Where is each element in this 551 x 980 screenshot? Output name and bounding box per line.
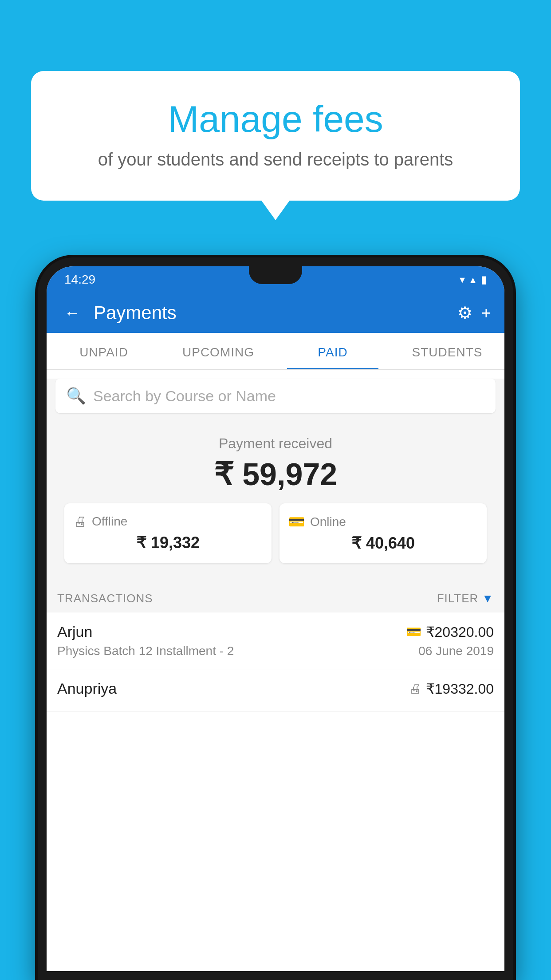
payment-total-amount: ₹ 59,972: [55, 456, 496, 493]
transactions-label: TRANSACTIONS: [57, 592, 153, 605]
transactions-header: TRANSACTIONS FILTER ▼: [47, 583, 504, 612]
back-button[interactable]: ←: [60, 299, 85, 327]
offline-card-header: 🖨 Offline: [73, 514, 263, 529]
battery-icon: ▮: [481, 273, 487, 286]
settings-button[interactable]: ⚙: [457, 303, 472, 323]
search-bar[interactable]: 🔍 Search by Course or Name: [55, 379, 496, 413]
search-input[interactable]: Search by Course or Name: [93, 387, 276, 405]
table-row[interactable]: Arjun 💳 ₹20320.00 Physics Batch 12 Insta…: [47, 612, 504, 669]
online-label: Online: [310, 515, 346, 529]
content-area: 🔍 Search by Course or Name Payment recei…: [47, 379, 504, 712]
phone-screen: 14:29 ▾ ▴ ▮ ← Payments ⚙ + UNPAID UPCOMI…: [47, 266, 504, 971]
transaction-name: Arjun: [57, 623, 92, 640]
offline-amount: ₹ 19,332: [73, 533, 263, 552]
notch: [249, 266, 302, 284]
offline-label: Offline: [92, 514, 127, 529]
phone-frame: 14:29 ▾ ▴ ▮ ← Payments ⚙ + UNPAID UPCOMI…: [38, 257, 513, 980]
filter-button[interactable]: FILTER ▼: [437, 592, 494, 605]
tab-paid[interactable]: PAID: [276, 333, 390, 369]
wifi-icon: ▾: [460, 273, 465, 286]
add-button[interactable]: +: [481, 304, 491, 323]
speech-bubble-title: Manage fees: [49, 98, 502, 141]
transaction-detail: Physics Batch 12 Installment - 2: [57, 644, 234, 658]
filter-icon: ▼: [482, 592, 494, 605]
online-card: 💳 Online ₹ 40,640: [279, 503, 487, 563]
transaction-top: Anupriya 🖨 ₹19332.00: [57, 680, 494, 697]
offline-card: 🖨 Offline ₹ 19,332: [64, 503, 272, 563]
transaction-top: Arjun 💳 ₹20320.00: [57, 623, 494, 640]
speech-bubble: Manage fees of your students and send re…: [31, 71, 520, 201]
payment-received-label: Payment received: [55, 435, 496, 452]
payment-cards-row: 🖨 Offline ₹ 19,332 💳 Online ₹ 40,640: [55, 503, 496, 574]
transaction-payment-icon: 💳: [406, 624, 421, 639]
transaction-amount: ₹19332.00: [426, 680, 494, 697]
transaction-amount-wrap: 🖨 ₹19332.00: [409, 680, 494, 697]
payment-received-section: Payment received ₹ 59,972 🖨 Offline ₹ 19…: [47, 422, 504, 583]
transaction-date: 06 June 2019: [418, 644, 494, 658]
online-card-header: 💳 Online: [288, 514, 478, 530]
transaction-amount-wrap: 💳 ₹20320.00: [406, 624, 494, 640]
online-icon: 💳: [288, 514, 305, 530]
tabs-bar: UNPAID UPCOMING PAID STUDENTS: [47, 333, 504, 370]
header-title: Payments: [94, 302, 449, 324]
tab-unpaid[interactable]: UNPAID: [47, 333, 161, 369]
app-header: ← Payments ⚙ +: [47, 293, 504, 333]
transaction-payment-icon: 🖨: [409, 681, 421, 696]
status-icons: ▾ ▴ ▮: [460, 273, 487, 286]
offline-icon: 🖨: [73, 514, 87, 529]
transaction-bottom: Physics Batch 12 Installment - 2 06 June…: [57, 644, 494, 658]
transaction-amount: ₹20320.00: [426, 624, 494, 640]
table-row[interactable]: Anupriya 🖨 ₹19332.00: [47, 669, 504, 712]
signal-icon: ▴: [470, 273, 476, 286]
search-icon: 🔍: [66, 387, 86, 405]
tab-students[interactable]: STUDENTS: [390, 333, 504, 369]
speech-bubble-subtitle: of your students and send receipts to pa…: [49, 150, 502, 170]
tab-upcoming[interactable]: UPCOMING: [161, 333, 276, 369]
transaction-name: Anupriya: [57, 680, 117, 697]
online-amount: ₹ 40,640: [288, 534, 478, 553]
header-icons: ⚙ +: [457, 303, 491, 323]
filter-label: FILTER: [437, 592, 479, 605]
status-bar: 14:29 ▾ ▴ ▮: [47, 266, 504, 293]
transaction-list: Arjun 💳 ₹20320.00 Physics Batch 12 Insta…: [47, 612, 504, 712]
status-time: 14:29: [64, 273, 95, 287]
